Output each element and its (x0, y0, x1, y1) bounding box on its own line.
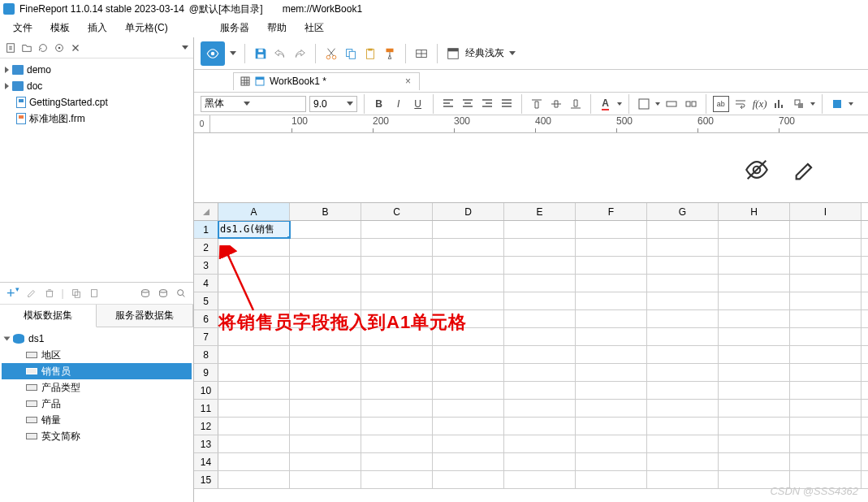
cell[interactable] (290, 310, 361, 327)
align-right-icon[interactable] (479, 96, 495, 112)
column-header[interactable]: I (790, 203, 862, 220)
fill-color-icon[interactable] (829, 96, 845, 112)
cell[interactable] (433, 453, 504, 470)
close-icon[interactable] (70, 42, 81, 54)
column-header[interactable]: B (290, 203, 361, 220)
theme-icon[interactable] (446, 46, 460, 61)
cell[interactable] (576, 221, 647, 238)
cell[interactable] (218, 364, 290, 381)
cell[interactable] (576, 292, 647, 309)
cell[interactable] (790, 239, 862, 256)
cell[interactable] (719, 453, 790, 470)
cell[interactable] (790, 382, 862, 399)
cell[interactable] (504, 328, 576, 345)
copy-icon[interactable] (343, 46, 358, 61)
location-icon[interactable] (54, 42, 65, 54)
cell[interactable] (504, 346, 576, 363)
cell[interactable] (790, 328, 862, 345)
row-header[interactable]: 13 (194, 435, 218, 452)
cell[interactable] (647, 418, 719, 435)
grid-body[interactable]: 将销售员字段拖入到A1单元格 1ds1.G(销售2345678910111213… (194, 221, 868, 502)
cell[interactable] (218, 328, 290, 345)
cell[interactable] (290, 382, 361, 399)
column-header[interactable]: H (719, 203, 790, 220)
column-header[interactable]: D (433, 203, 504, 220)
open-icon[interactable] (21, 42, 32, 54)
menu-help[interactable]: 帮助 (267, 21, 287, 35)
cell[interactable] (361, 471, 433, 488)
cell[interactable] (433, 382, 504, 399)
cell[interactable] (361, 382, 433, 399)
cell[interactable] (719, 382, 790, 399)
cell[interactable] (218, 400, 290, 417)
add-dataset-button[interactable]: +▾ (6, 285, 19, 302)
cell[interactable]: ds1.G(销售 (218, 221, 290, 238)
row-header[interactable]: 7 (194, 328, 218, 345)
menu-server[interactable]: 服务器 (220, 21, 249, 35)
ds-field[interactable]: 地区 (2, 347, 192, 363)
cell[interactable] (433, 364, 504, 381)
cell[interactable] (790, 346, 862, 363)
select-all-corner[interactable] (194, 203, 218, 220)
cell[interactable] (576, 239, 647, 256)
cell[interactable] (290, 400, 361, 417)
menu-community[interactable]: 社区 (304, 21, 324, 35)
cell[interactable] (576, 435, 647, 452)
new-file-icon[interactable] (5, 42, 16, 54)
align-left-icon[interactable] (440, 96, 456, 112)
cell[interactable] (504, 221, 576, 238)
cell[interactable] (433, 471, 504, 488)
cell[interactable] (290, 221, 361, 238)
ds-field-selected[interactable]: 销售员 (2, 363, 192, 379)
cell[interactable] (433, 400, 504, 417)
dropdown-arrow-icon[interactable] (849, 102, 853, 106)
menu-file[interactable]: 文件 (13, 21, 32, 35)
cell[interactable] (790, 418, 862, 435)
cell[interactable] (361, 292, 433, 309)
menu-insert[interactable]: 插入 (88, 21, 107, 35)
cell[interactable] (433, 221, 504, 238)
float-icon[interactable] (791, 96, 807, 112)
cell[interactable] (361, 221, 433, 238)
cell[interactable] (790, 292, 862, 309)
wrap-icon[interactable] (732, 96, 749, 112)
ds-field[interactable]: 产品 (2, 396, 192, 412)
cell[interactable] (719, 275, 790, 292)
copy-icon[interactable] (71, 288, 82, 299)
cell[interactable] (790, 257, 862, 274)
bold-button[interactable]: B (371, 96, 387, 112)
column-header[interactable]: E (504, 203, 576, 220)
row-header[interactable]: 10 (194, 382, 218, 399)
cell[interactable] (504, 471, 576, 488)
column-header[interactable]: A (218, 203, 290, 220)
edit-icon[interactable] (26, 288, 37, 299)
ds-field[interactable]: 产品类型 (2, 379, 192, 396)
cell[interactable] (576, 453, 647, 470)
cell[interactable] (719, 292, 790, 309)
cell[interactable] (433, 328, 504, 345)
cell[interactable] (361, 275, 433, 292)
row-header[interactable]: 5 (194, 292, 218, 309)
cell[interactable] (647, 400, 719, 417)
format-painter-icon[interactable] (382, 46, 397, 61)
cell[interactable] (361, 453, 433, 470)
cell[interactable] (576, 382, 647, 399)
cell[interactable] (647, 275, 719, 292)
unmerge-icon[interactable] (683, 96, 699, 112)
cell[interactable] (647, 382, 719, 399)
underline-button[interactable]: U (410, 96, 426, 112)
cell[interactable] (218, 310, 290, 327)
ds-field[interactable]: 英文简称 (2, 428, 192, 444)
cell[interactable] (290, 257, 361, 274)
cell[interactable] (361, 400, 433, 417)
cell[interactable] (790, 364, 862, 381)
cell[interactable] (719, 364, 790, 381)
tree-folder[interactable]: doc (2, 78, 192, 94)
merge-icon[interactable] (663, 96, 680, 112)
column-header[interactable]: C (361, 203, 433, 220)
db2-icon[interactable] (158, 288, 169, 299)
cell[interactable] (218, 257, 290, 274)
tab-close-button[interactable]: × (404, 76, 412, 87)
cell[interactable] (719, 328, 790, 345)
row-header[interactable]: 9 (194, 364, 218, 381)
